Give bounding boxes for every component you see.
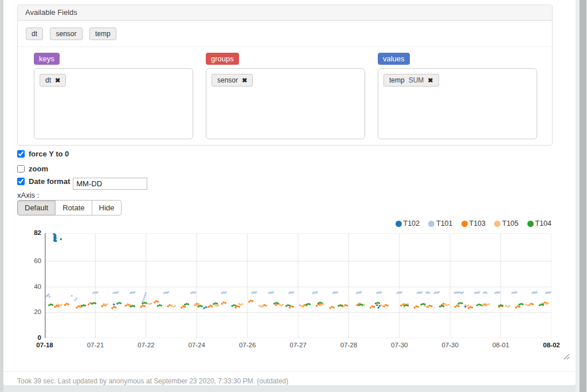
x-tick-label: 08-02 — [529, 342, 574, 348]
xaxis-button-group: Default Rotate Hide — [17, 200, 122, 215]
force-y-label: force Y to 0 — [17, 150, 69, 158]
zone-chip-temp-sum[interactable]: tempSUM✖ — [383, 74, 439, 87]
remove-icon[interactable]: ✖ — [55, 77, 60, 84]
legend-dot-icon — [461, 221, 468, 227]
legend-label: T101 — [436, 219, 453, 228]
page-scrollbar[interactable] — [576, 0, 587, 392]
zone-chip-label: temp — [389, 76, 405, 84]
date-format-label: Date format — [17, 177, 70, 186]
content-card: Available Fields dt sensor temp keys dt✖… — [3, 0, 576, 385]
legend-item-T103[interactable]: T103 — [461, 219, 486, 228]
zoom-checkbox[interactable] — [17, 165, 25, 173]
zoom-row: zoom — [17, 164, 48, 173]
scatter-chart[interactable] — [45, 233, 551, 338]
legend-item-T105[interactable]: T105 — [494, 219, 519, 228]
zoom-label: zoom — [17, 164, 48, 173]
zone-chip-dt[interactable]: dt✖ — [40, 74, 66, 87]
legend-label: T102 — [404, 219, 420, 228]
x-tick-label: 08-01 — [478, 342, 524, 348]
force-y-checkbox[interactable] — [17, 150, 25, 158]
xaxis-hide-button[interactable]: Hide — [92, 200, 122, 215]
zone-dropbox-groups[interactable]: sensor✖ — [206, 68, 365, 139]
panel-title: Available Fields — [18, 5, 552, 21]
zone-badge-groups: groups — [206, 53, 239, 65]
x-tick-label: 07-21 — [72, 342, 118, 348]
field-chip-sensor[interactable]: sensor — [50, 28, 82, 40]
legend-item-T101[interactable]: T101 — [428, 219, 453, 228]
x-tick-label: 07-26 — [225, 342, 271, 348]
legend-item-T102[interactable]: T102 — [396, 219, 420, 228]
date-format-row: Date format — [17, 177, 147, 190]
screen: Available Fields dt sensor temp keys dt✖… — [0, 0, 587, 392]
available-fields-list: dt sensor temp — [18, 21, 552, 47]
field-chip-dt[interactable]: dt — [26, 28, 43, 40]
x-tick-label: 07-24 — [174, 342, 220, 348]
field-chip-temp[interactable]: temp — [89, 28, 116, 40]
x-tick-label: 07-30 — [427, 342, 473, 348]
x-tick-label: 07-18 — [22, 342, 68, 348]
legend-label: T104 — [535, 219, 552, 228]
xaxis-default-button[interactable]: Default — [17, 200, 56, 215]
legend-dot-icon — [527, 221, 534, 227]
zone-groups: groups sensor✖ — [206, 53, 365, 139]
zone-chip-label: sensor — [217, 76, 238, 84]
status-footer: Took 39 sec. Last updated by anonymous a… — [3, 371, 576, 385]
zone-badge-keys: keys — [34, 53, 60, 65]
legend-item-T104[interactable]: T104 — [527, 219, 552, 228]
legend-dot-icon — [428, 221, 435, 227]
legend-dot-icon — [396, 221, 402, 227]
available-fields-panel: Available Fields dt sensor temp keys dt✖… — [17, 5, 553, 146]
chart-area: T102T101T103T105T104 02040608207-1807-21… — [3, 217, 576, 361]
date-format-input[interactable] — [73, 178, 147, 190]
date-format-checkbox[interactable] — [17, 178, 25, 185]
zone-chip-label: dt — [45, 76, 51, 84]
zone-dropbox-values[interactable]: tempSUM✖ — [378, 68, 537, 139]
x-tick-label: 07-27 — [275, 342, 321, 348]
zone-dropbox-keys[interactable]: dt✖ — [34, 68, 193, 139]
resize-grip-icon[interactable] — [562, 352, 570, 360]
pivot-zones: keys dt✖ groups sensor✖ values tempSUM✖ — [18, 47, 552, 139]
y-tick-label: 82 — [3, 229, 41, 236]
scrollbar-thumb[interactable] — [580, 0, 586, 392]
status-text: Took 39 sec. Last updated by anonymous a… — [17, 377, 562, 385]
force-y-text: force Y to 0 — [29, 150, 69, 158]
xaxis-rotate-button[interactable]: Rotate — [55, 200, 92, 215]
legend-label: T103 — [469, 219, 486, 228]
chart-legend: T102T101T103T105T104 — [387, 219, 552, 228]
zoom-text: zoom — [29, 164, 48, 173]
x-tick-label: 07-28 — [326, 342, 371, 348]
zone-badge-values: values — [378, 53, 410, 65]
zone-chip-sensor[interactable]: sensor✖ — [212, 74, 253, 87]
aggregation-label[interactable]: SUM — [409, 76, 424, 84]
legend-label: T105 — [502, 219, 519, 228]
y-tick-label: 40 — [3, 283, 41, 290]
zone-values: values tempSUM✖ — [378, 53, 537, 139]
x-tick-label: 07-30 — [377, 342, 422, 348]
xaxis-label: xAxis : — [17, 191, 39, 199]
y-tick-label: 0 — [3, 334, 41, 341]
remove-icon[interactable]: ✖ — [428, 77, 433, 84]
legend-dot-icon — [494, 221, 500, 227]
zone-keys: keys dt✖ — [34, 53, 193, 139]
y-tick-label: 60 — [3, 257, 41, 264]
x-tick-label: 07-22 — [123, 342, 169, 348]
y-tick-label: 20 — [3, 308, 41, 315]
remove-icon[interactable]: ✖ — [242, 77, 247, 84]
date-format-text: Date format — [29, 177, 70, 186]
force-y-row: force Y to 0 — [17, 150, 69, 158]
